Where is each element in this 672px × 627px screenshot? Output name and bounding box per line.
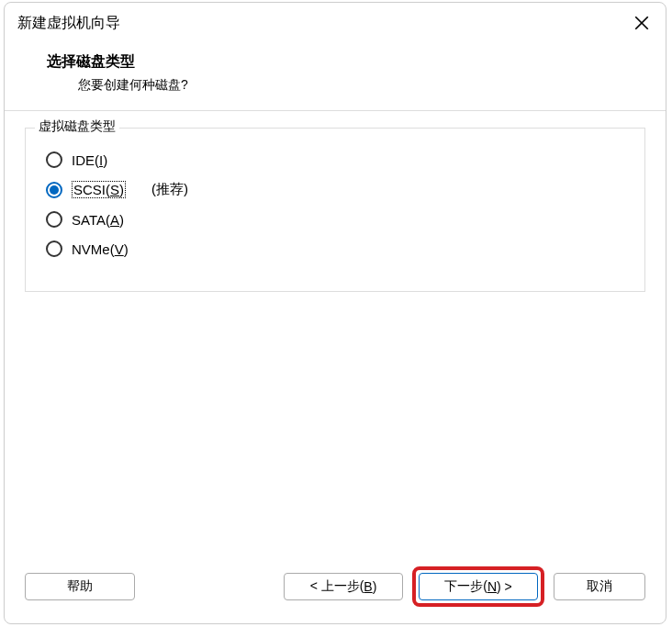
cancel-button[interactable]: 取消 <box>554 573 645 600</box>
radio-label: IDE(I) <box>72 152 107 168</box>
radio-option-scsi[interactable]: SCSI(S) (推荐) <box>46 174 628 205</box>
next-button[interactable]: 下一步(N) > <box>419 573 538 600</box>
titlebar: 新建虚拟机向导 <box>5 3 666 39</box>
radio-label: SCSI(S) <box>72 181 126 198</box>
wizard-dialog: 新建虚拟机向导 选择磁盘类型 您要创建何种磁盘? 虚拟磁盘类型 IDE(I) <box>4 2 666 624</box>
radio-button[interactable] <box>46 182 62 198</box>
radio-button[interactable] <box>46 241 62 257</box>
radio-option-sata[interactable]: SATA(A) <box>46 205 628 234</box>
recommended-hint: (推荐) <box>151 181 188 198</box>
fieldset-legend: 虚拟磁盘类型 <box>35 118 119 135</box>
close-icon <box>633 15 650 31</box>
radio-option-nvme[interactable]: NVMe(V) <box>46 234 628 263</box>
content-area: 虚拟磁盘类型 IDE(I) SCSI(S) (推荐) SATA(A) <box>5 111 666 555</box>
next-button-highlight: 下一步(N) > <box>412 566 544 607</box>
radio-label: SATA(A) <box>72 212 124 228</box>
footer: 帮助 < 上一步(B) 下一步(N) > 取消 <box>5 555 666 623</box>
back-button[interactable]: < 上一步(B) <box>284 573 403 600</box>
disk-type-fieldset: 虚拟磁盘类型 IDE(I) SCSI(S) (推荐) SATA(A) <box>25 128 645 292</box>
radio-button[interactable] <box>46 151 62 168</box>
dialog-title: 新建虚拟机向导 <box>17 14 120 33</box>
help-button[interactable]: 帮助 <box>25 573 135 600</box>
page-title: 选择磁盘类型 <box>47 52 666 72</box>
page-subtitle: 您要创建何种磁盘? <box>47 77 666 94</box>
header-section: 选择磁盘类型 您要创建何种磁盘? <box>5 39 666 110</box>
radio-label: NVMe(V) <box>72 241 129 257</box>
close-button[interactable] <box>629 10 655 36</box>
radio-button[interactable] <box>46 211 62 228</box>
radio-option-ide[interactable]: IDE(I) <box>46 145 628 174</box>
